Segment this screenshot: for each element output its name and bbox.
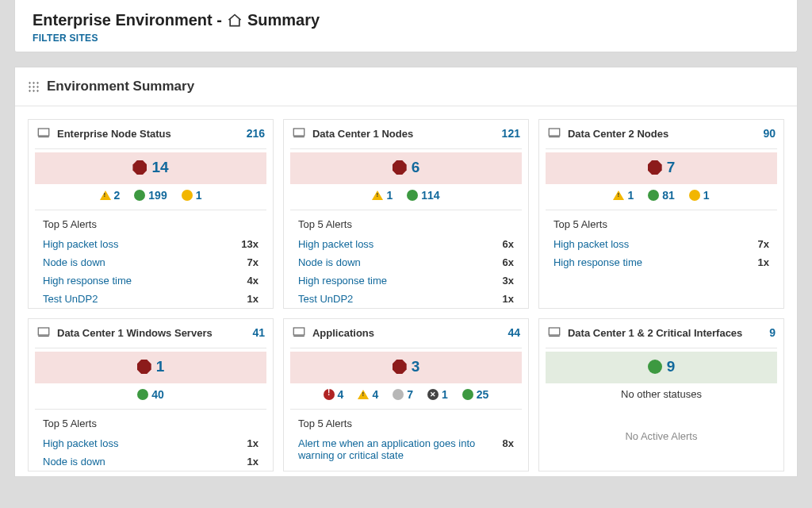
status-bar: 140	[35, 348, 266, 402]
status-bar: 3447125	[290, 348, 522, 402]
warning-icon	[100, 190, 111, 200]
alert-row: High response time3x	[284, 271, 528, 290]
card-header: Data Center 1 Nodes121	[284, 120, 528, 145]
alert-link[interactable]: High response time	[298, 275, 387, 287]
alert-link[interactable]: High packet loss	[298, 238, 373, 250]
status-bar: 71811	[546, 148, 777, 203]
card-title: Data Center 1 Nodes	[312, 128, 496, 140]
alert-link[interactable]: Node is down	[43, 456, 105, 468]
alert-link[interactable]: Test UnDP2	[298, 293, 353, 305]
critical-icon	[132, 160, 147, 175]
primary-status-bar[interactable]: 14	[35, 152, 266, 184]
environment-summary-panel: Environment Summary Enterprise Node Stat…	[14, 67, 798, 477]
status-item[interactable]: 4	[324, 388, 344, 401]
top-alerts-label: Top 5 Alerts	[35, 210, 266, 235]
svg-rect-6	[38, 328, 49, 335]
alert-count: 13x	[241, 238, 259, 250]
status-count: 1	[386, 189, 393, 202]
alert-count: 8x	[503, 437, 514, 461]
alert-link[interactable]: High packet loss	[43, 238, 118, 250]
node-icon	[547, 126, 561, 140]
alert-row: High response time1x	[539, 253, 783, 271]
alert-count: 1x	[757, 256, 768, 268]
svg-rect-4	[549, 129, 560, 136]
node-icon	[292, 325, 306, 340]
card-header: Data Center 2 Nodes90	[539, 120, 783, 145]
ok-icon	[134, 190, 145, 201]
critical-icon	[648, 160, 662, 175]
status-item[interactable]: 1	[372, 189, 393, 202]
card-total-link[interactable]: 9	[769, 326, 776, 339]
alert-row: Node is down7x	[29, 253, 273, 271]
top-alerts-label: Top 5 Alerts	[35, 409, 266, 434]
status-count: 4	[372, 388, 378, 401]
alert-count: 7x	[757, 238, 768, 250]
alert-row: Test UnDP21x	[284, 290, 528, 308]
alert-row: Test UnDP21x	[29, 290, 273, 308]
home-icon	[227, 13, 243, 29]
card-total-link[interactable]: 44	[508, 326, 520, 339]
status-item[interactable]: 1	[427, 388, 448, 401]
alert-count: 1x	[247, 456, 259, 468]
alert-link[interactable]: Alert me when an application goes into w…	[298, 437, 481, 461]
status-item[interactable]: 7	[393, 388, 413, 401]
alert-link[interactable]: High packet loss	[553, 238, 629, 250]
primary-status-count: 9	[667, 358, 676, 375]
drag-handle-icon[interactable]	[28, 81, 39, 92]
card-total-link[interactable]: 121	[502, 127, 520, 140]
card-header: Enterprise Node Status216	[29, 120, 273, 145]
card-header: Applications44	[284, 319, 528, 344]
primary-status-count: 14	[151, 159, 168, 176]
status-item[interactable]: 114	[407, 189, 439, 202]
svg-rect-10	[549, 328, 560, 335]
filter-sites-link[interactable]: FILTER SITES	[33, 33, 779, 44]
alert-link[interactable]: Node is down	[43, 256, 105, 268]
primary-status-count: 6	[412, 159, 420, 176]
svg-rect-8	[293, 328, 304, 335]
primary-status-bar[interactable]: 7	[546, 152, 777, 184]
alert-count: 1x	[503, 293, 514, 305]
critical-icon	[393, 360, 407, 374]
node-icon	[36, 325, 51, 340]
alert-count: 1x	[247, 293, 259, 305]
warning-icon	[372, 190, 383, 200]
top-alerts-label: Top 5 Alerts	[546, 210, 777, 235]
no-active-alerts-label: No Active Alerts	[539, 408, 783, 464]
ok-icon	[462, 389, 473, 400]
card-total-link[interactable]: 90	[763, 127, 776, 140]
status-item[interactable]: 4	[358, 388, 378, 401]
alert-row: Node is down1x	[29, 452, 273, 471]
alert-link[interactable]: High response time	[43, 275, 132, 287]
alert-count: 1x	[247, 437, 259, 449]
status-item[interactable]: 81	[648, 189, 675, 202]
alert-link[interactable]: High packet loss	[43, 437, 118, 449]
summary-card: Data Center 2 Nodes9071811Top 5 AlertsHi…	[534, 114, 789, 314]
status-item[interactable]: 199	[134, 189, 167, 202]
alert-row: High packet loss7x	[539, 235, 783, 253]
summary-card: Data Center 1 & 2 Critical Interfaces99N…	[534, 314, 789, 476]
status-item[interactable]: 1	[689, 189, 710, 202]
svg-rect-2	[293, 129, 304, 136]
alert-link[interactable]: High response time	[553, 256, 642, 268]
status-item[interactable]: 1	[613, 189, 634, 202]
status-item[interactable]: 25	[462, 388, 489, 401]
card-total-link[interactable]: 41	[252, 326, 265, 339]
panel-title: Environment Summary	[47, 79, 194, 94]
alert-link[interactable]: Node is down	[298, 256, 361, 268]
info-icon	[689, 190, 700, 201]
primary-status-bar[interactable]: 3	[290, 352, 522, 383]
status-item[interactable]: 40	[137, 388, 164, 401]
primary-status-bar[interactable]: 9	[546, 352, 777, 383]
page-header: Enterprise Environment - Summary FILTER …	[14, 0, 798, 52]
ok-icon	[407, 190, 418, 201]
primary-status-bar[interactable]: 1	[35, 352, 266, 383]
primary-status-bar[interactable]: 6	[290, 152, 522, 184]
status-item[interactable]: 2	[100, 189, 121, 202]
status-count: 199	[148, 189, 167, 202]
status-item[interactable]: 1	[182, 189, 202, 202]
alert-row: High packet loss1x	[29, 434, 273, 452]
card-total-link[interactable]: 216	[247, 127, 265, 140]
alert-link[interactable]: Test UnDP2	[43, 293, 98, 305]
alert-row: High packet loss13x	[29, 235, 273, 253]
status-bar: 9No other statuses	[546, 348, 777, 402]
